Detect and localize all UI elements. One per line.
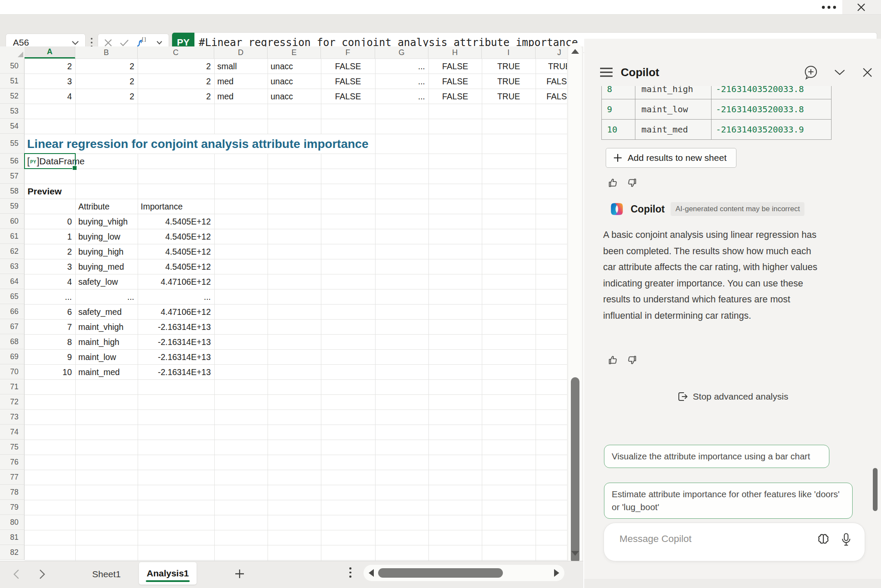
cell-F50[interactable]: FALSE	[321, 59, 375, 74]
cancel-entry-icon[interactable]	[104, 39, 112, 47]
row-header-58[interactable]: 58	[0, 184, 25, 199]
cell-B59[interactable]: Attribute	[75, 199, 138, 214]
confirm-entry-icon[interactable]	[120, 39, 129, 46]
cell-E52[interactable]: unacc	[268, 89, 321, 104]
cell-G50[interactable]: ...	[375, 59, 428, 74]
cell-B63[interactable]: buying_med	[75, 259, 138, 274]
scroll-left-arrow[interactable]	[369, 569, 374, 577]
cell-G51[interactable]: ...	[375, 74, 428, 89]
scroll-up-arrow[interactable]	[571, 49, 579, 54]
cell-B67[interactable]: maint_vhigh	[75, 320, 138, 334]
row-header-50[interactable]: 50	[0, 58, 25, 74]
cell-A52[interactable]: 4	[25, 89, 75, 104]
fill-handle[interactable]	[72, 166, 77, 170]
cell-B69[interactable]: maint_low	[75, 350, 138, 364]
cell-C63[interactable]: 4.5405E+12	[138, 259, 214, 274]
row-header-78[interactable]: 78	[0, 485, 25, 500]
cell-B52[interactable]: 2	[75, 89, 138, 104]
cell-G52[interactable]: ...	[375, 89, 428, 104]
cell-A70[interactable]: 10	[25, 365, 75, 379]
cell-C61[interactable]: 4.5405E+12	[138, 229, 214, 244]
row-header-74[interactable]: 74	[0, 425, 25, 440]
hamburger-menu-icon[interactable]	[600, 67, 613, 77]
cell-A62[interactable]: 2	[25, 244, 75, 259]
row-header-71[interactable]: 71	[0, 379, 25, 394]
row-header-64[interactable]: 64	[0, 274, 25, 289]
worksheet-grid[interactable]: ABCDEFGHIJ505152535455565758596061626364…	[0, 46, 583, 561]
stop-advanced-analysis-button[interactable]: Stop advanced analysis	[584, 391, 881, 403]
row-header-61[interactable]: 61	[0, 229, 25, 244]
cell-C50[interactable]: 2	[138, 59, 214, 74]
cell-B60[interactable]: buying_vhigh	[75, 214, 138, 229]
cell-C67[interactable]: -2.16314E+13	[138, 320, 214, 334]
sheet-tab-Sheet1[interactable]: Sheet1	[77, 563, 136, 585]
row-header-69[interactable]: 69	[0, 349, 25, 364]
cell-A63[interactable]: 3	[25, 259, 75, 274]
suggestion-chip[interactable]: Estimate attribute importance for other …	[604, 483, 853, 519]
cell-E51[interactable]: unacc	[268, 74, 321, 89]
cell-B61[interactable]: buying_low	[75, 229, 138, 244]
column-header-A[interactable]: A	[25, 46, 75, 58]
cell-A69[interactable]: 9	[25, 350, 75, 364]
cell-A64[interactable]: 4	[25, 274, 75, 289]
window-close-button[interactable]	[854, 1, 869, 14]
scroll-right-arrow[interactable]	[554, 569, 559, 577]
row-header-79[interactable]: 79	[0, 500, 25, 515]
cell-H52[interactable]: FALSE	[428, 89, 482, 104]
column-header-H[interactable]: H	[428, 46, 482, 58]
cell-C52[interactable]: 2	[138, 89, 214, 104]
chevron-down-icon[interactable]	[156, 40, 163, 45]
row-header-72[interactable]: 72	[0, 394, 25, 409]
sheet-tab-Analysis1[interactable]: Analysis1	[139, 562, 197, 585]
cell-B64[interactable]: safety_low	[75, 274, 138, 289]
column-header-I[interactable]: I	[482, 46, 536, 58]
cell-A50[interactable]: 2	[25, 59, 75, 74]
row-header-73[interactable]: 73	[0, 409, 25, 425]
vertical-scrollbar-thumb[interactable]	[571, 377, 579, 564]
cell-C51[interactable]: 2	[138, 74, 214, 89]
horizontal-scrollbar-thumb[interactable]	[378, 568, 503, 578]
cell-D50[interactable]: small	[214, 59, 268, 74]
row-header-82[interactable]: 82	[0, 545, 25, 560]
column-header-E[interactable]: E	[268, 46, 321, 58]
scroll-down-arrow[interactable]	[571, 551, 579, 556]
cell-A51[interactable]: 3	[25, 74, 75, 89]
active-cell-selection[interactable]	[24, 153, 76, 169]
window-more-options-button[interactable]	[819, 0, 838, 14]
collapse-panel-chevron-icon[interactable]	[834, 69, 845, 76]
row-header-56[interactable]: 56	[0, 154, 25, 169]
cell-A68[interactable]: 8	[25, 335, 75, 349]
cell-H51[interactable]: FALSE	[428, 74, 482, 89]
cell-B68[interactable]: maint_high	[75, 335, 138, 349]
cell-C60[interactable]: 4.5405E+12	[138, 214, 214, 229]
cell-A65[interactable]: ...	[25, 289, 75, 304]
row-header-77[interactable]: 77	[0, 470, 25, 485]
cell-E50[interactable]: unacc	[268, 59, 321, 74]
cell-B51[interactable]: 2	[75, 74, 138, 89]
column-header-B[interactable]: B	[75, 46, 138, 58]
cell-A61[interactable]: 1	[25, 229, 75, 244]
cell-C62[interactable]: 4.5405E+12	[138, 244, 214, 259]
cell-I52[interactable]: TRUE	[482, 89, 536, 104]
cell-A60[interactable]: 0	[25, 214, 75, 229]
new-chat-icon[interactable]	[803, 65, 819, 80]
row-header-66[interactable]: 66	[0, 304, 25, 319]
row-header-53[interactable]: 53	[0, 104, 25, 119]
row-header-55[interactable]: 55	[0, 134, 25, 154]
add-sheet-icon[interactable]	[234, 569, 245, 579]
row-header-51[interactable]: 51	[0, 74, 25, 89]
cell-F52[interactable]: FALSE	[321, 89, 375, 104]
row-header-81[interactable]: 81	[0, 530, 25, 545]
row-header-67[interactable]: 67	[0, 319, 25, 334]
cell-B62[interactable]: buying_high	[75, 244, 138, 259]
cell-B66[interactable]: safety_med	[75, 305, 138, 319]
cell-A67[interactable]: 7	[25, 320, 75, 334]
cell-C70[interactable]: -2.16314E+13	[138, 365, 214, 379]
think-deeper-brain-icon[interactable]	[816, 533, 830, 546]
column-header-G[interactable]: G	[375, 46, 428, 58]
column-header-C[interactable]: C	[138, 46, 214, 58]
cell-C68[interactable]: -2.16314E+13	[138, 335, 214, 349]
row-header-60[interactable]: 60	[0, 214, 25, 229]
vertical-scrollbar[interactable]	[567, 46, 583, 561]
row-header-76[interactable]: 76	[0, 455, 25, 470]
